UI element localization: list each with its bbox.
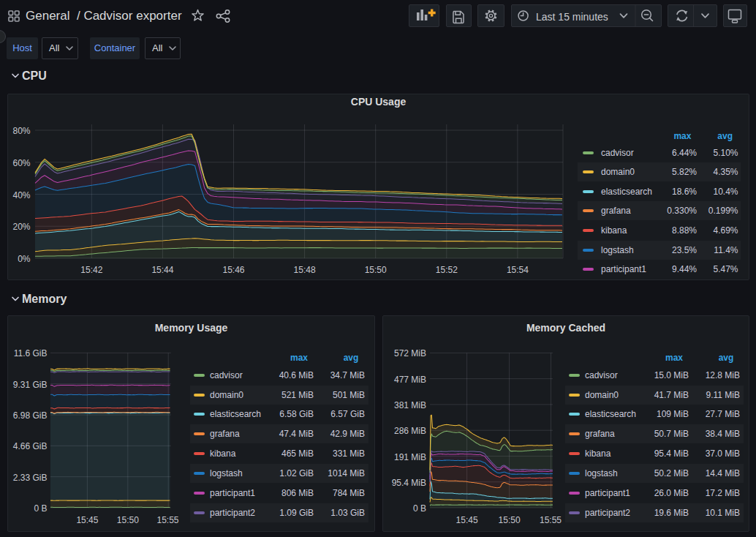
- svg-text:80%: 80%: [12, 126, 30, 136]
- svg-text:15:46: 15:46: [222, 265, 244, 275]
- svg-text:0 B: 0 B: [34, 503, 47, 514]
- svg-text:477 MiB: 477 MiB: [394, 375, 426, 385]
- svg-text:15:50: 15:50: [365, 265, 387, 275]
- svg-text:15:50: 15:50: [117, 515, 139, 525]
- svg-text:286 MiB: 286 MiB: [394, 426, 426, 436]
- svg-text:95.4 MiB: 95.4 MiB: [392, 478, 426, 488]
- svg-text:572 MiB: 572 MiB: [394, 348, 426, 358]
- svg-text:40%: 40%: [12, 190, 30, 200]
- svg-text:15:45: 15:45: [76, 515, 98, 525]
- svg-text:15:54: 15:54: [507, 265, 529, 275]
- svg-text:15:44: 15:44: [151, 265, 173, 275]
- svg-text:15:55: 15:55: [540, 515, 562, 525]
- svg-text:381 MiB: 381 MiB: [394, 400, 426, 410]
- svg-text:9.31 GiB: 9.31 GiB: [13, 380, 48, 390]
- svg-text:6.98 GiB: 6.98 GiB: [13, 410, 48, 421]
- svg-text:0 B: 0 B: [413, 503, 426, 514]
- svg-text:20%: 20%: [12, 222, 30, 232]
- svg-text:191 MiB: 191 MiB: [394, 452, 426, 462]
- svg-text:2.33 GiB: 2.33 GiB: [13, 473, 48, 483]
- svg-text:60%: 60%: [12, 158, 30, 168]
- svg-text:15:55: 15:55: [156, 515, 178, 525]
- svg-text:15:52: 15:52: [436, 265, 458, 275]
- svg-text:4.66 GiB: 4.66 GiB: [13, 441, 48, 451]
- svg-text:15:48: 15:48: [294, 265, 316, 275]
- svg-text:15:50: 15:50: [499, 515, 521, 525]
- svg-text:0%: 0%: [18, 254, 31, 264]
- svg-text:15:42: 15:42: [80, 265, 102, 275]
- svg-text:15:45: 15:45: [456, 515, 478, 525]
- svg-text:11.6 GiB: 11.6 GiB: [14, 348, 48, 358]
